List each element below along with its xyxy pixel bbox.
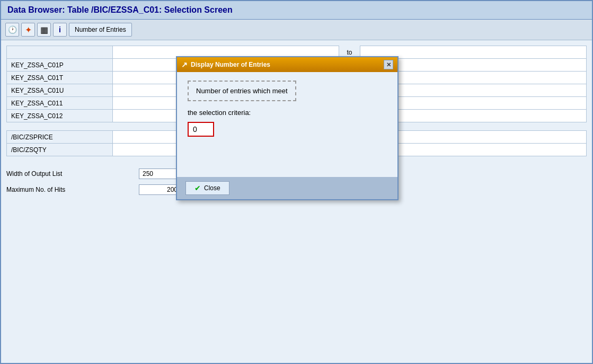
dialog-entry-count: 0 [188, 122, 214, 137]
dialog-close-button[interactable]: ✕ [384, 60, 393, 69]
dialog-close-icon: ✕ [386, 61, 391, 68]
dialog-title-label: Display Number of Entries [191, 61, 270, 68]
dialog-criteria-text: the selection criteria: [188, 109, 387, 117]
number-of-entries-button[interactable]: Number of Entries [69, 23, 132, 37]
dialog-body: Number of entries which meet the selecti… [177, 72, 397, 177]
dialog-footer: ✔ Close [177, 177, 397, 199]
page-title: Data Browser: Table /BIC/EZSSA_C01: Sele… [7, 5, 586, 15]
dialog-message-line1: Number of entries which meet [196, 87, 288, 95]
table-icon-button[interactable]: ▦ [37, 23, 51, 37]
nav-icon: ✦ [25, 25, 32, 35]
toolbar: 🕐 ✦ ▦ i Number of Entries [1, 20, 592, 40]
dialog-titlebar: ↗ Display Number of Entries ✕ [177, 57, 397, 72]
content-area: to KEY_ZSSA_C01P KEY_ZSSA_C01T [1, 40, 592, 363]
clock-icon: 🕐 [8, 25, 17, 34]
dialog-title-icon: ↗ [181, 60, 188, 69]
dialog-message-box: Number of entries which meet [188, 81, 296, 101]
main-window: Data Browser: Table /BIC/EZSSA_C01: Sele… [0, 0, 593, 364]
clock-icon-button[interactable]: 🕐 [5, 23, 19, 37]
info-icon: i [59, 25, 61, 34]
close-button-label: Close [204, 184, 220, 192]
dialog-display-number-entries: ↗ Display Number of Entries ✕ Number of … [176, 56, 399, 200]
dialog-title-text: ↗ Display Number of Entries [181, 60, 270, 69]
nav-icon-button[interactable]: ✦ [21, 23, 35, 37]
dialog-close-action-button[interactable]: ✔ Close [185, 181, 229, 195]
title-bar: Data Browser: Table /BIC/EZSSA_C01: Sele… [1, 1, 592, 20]
info-icon-button[interactable]: i [53, 23, 67, 37]
dialog-overlay: ↗ Display Number of Entries ✕ Number of … [1, 40, 592, 363]
table-icon: ▦ [40, 25, 48, 35]
checkmark-icon: ✔ [194, 184, 201, 192]
